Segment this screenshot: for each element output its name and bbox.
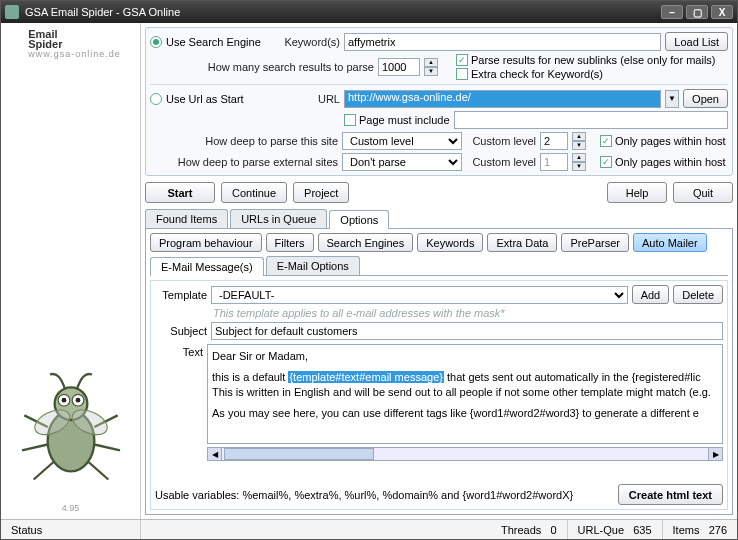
parse-sublinks-checkbox[interactable]: ✓ bbox=[456, 54, 468, 66]
use-search-engine-radio[interactable] bbox=[150, 36, 162, 48]
tab-found-items[interactable]: Found Items bbox=[145, 209, 228, 228]
url-input[interactable]: http://www.gsa-online.de/ bbox=[344, 90, 661, 108]
threads-value: 0 bbox=[550, 524, 556, 536]
tab-options[interactable]: Options bbox=[329, 210, 389, 229]
use-search-engine-label: Use Search Engine bbox=[166, 36, 276, 48]
deep-ext-custom-input bbox=[540, 153, 568, 171]
results-label: How many search results to parse bbox=[168, 61, 374, 73]
usable-variables-label: Usable variables: %email%, %extra%, %url… bbox=[155, 489, 612, 501]
opt-search-engines[interactable]: Search Engines bbox=[318, 233, 414, 252]
extra-check-checkbox[interactable] bbox=[456, 68, 468, 80]
statusbar: Status Threads 0 URL-Que 635 Items 276 bbox=[1, 519, 737, 539]
page-include-input[interactable] bbox=[454, 111, 729, 129]
logo-sub: www.gsa-online.de bbox=[28, 50, 121, 59]
minimize-button[interactable]: – bbox=[661, 5, 683, 19]
deep-site-select[interactable]: Custom level bbox=[342, 132, 462, 150]
within-host-1-label: Only pages within host bbox=[615, 135, 726, 147]
scroll-right-icon[interactable]: ▶ bbox=[708, 448, 722, 460]
url-label: URL bbox=[280, 93, 340, 105]
start-button[interactable]: Start bbox=[145, 182, 215, 203]
text-body[interactable]: Dear Sir or Madam, this is a default {te… bbox=[207, 344, 723, 444]
within-host-2-checkbox[interactable]: ✓ bbox=[600, 156, 612, 168]
load-list-button[interactable]: Load List bbox=[665, 32, 728, 51]
opt-program-behaviour[interactable]: Program behaviour bbox=[150, 233, 262, 252]
deep-site-spinner[interactable]: ▲▼ bbox=[572, 132, 586, 150]
deep-ext-spinner: ▲▼ bbox=[572, 153, 586, 171]
maximize-button[interactable]: ▢ bbox=[686, 5, 708, 19]
items-label: Items bbox=[673, 524, 700, 536]
svg-point-5 bbox=[75, 398, 80, 403]
subject-label: Subject bbox=[155, 325, 207, 337]
version-label: 4.95 bbox=[62, 503, 80, 513]
mascot-image bbox=[11, 357, 131, 497]
scroll-left-icon[interactable]: ◀ bbox=[208, 448, 222, 460]
close-button[interactable]: X bbox=[711, 5, 733, 19]
subtab-email-messages[interactable]: E-Mail Message(s) bbox=[150, 257, 264, 276]
opt-auto-mailer[interactable]: Auto Mailer bbox=[633, 233, 707, 252]
titlebar: GSA Email Spider - GSA Online – ▢ X bbox=[1, 1, 737, 23]
open-button[interactable]: Open bbox=[683, 89, 728, 108]
delete-button[interactable]: Delete bbox=[673, 285, 723, 304]
opt-keywords[interactable]: Keywords bbox=[417, 233, 483, 252]
text-scrollbar[interactable]: ◀ ▶ bbox=[207, 447, 723, 461]
deep-site-label: How deep to parse this site bbox=[150, 135, 338, 147]
opt-filters[interactable]: Filters bbox=[266, 233, 314, 252]
extra-check-label: Extra check for Keyword(s) bbox=[471, 68, 603, 80]
use-url-radio[interactable] bbox=[150, 93, 162, 105]
deep-ext-select[interactable]: Don't parse bbox=[342, 153, 462, 171]
within-host-1-checkbox[interactable]: ✓ bbox=[600, 135, 612, 147]
url-dropdown-icon[interactable]: ▼ bbox=[665, 90, 679, 108]
status-label: Status bbox=[1, 520, 141, 539]
highlighted-placeholder: {template#text#email message} bbox=[288, 371, 443, 383]
subtab-email-options[interactable]: E-Mail Options bbox=[266, 256, 360, 275]
create-html-button[interactable]: Create html text bbox=[618, 484, 723, 505]
help-button[interactable]: Help bbox=[607, 182, 667, 203]
svg-point-4 bbox=[61, 398, 66, 403]
main-tabs: Found Items URLs in Queue Options bbox=[145, 209, 733, 229]
config-group: Use Search Engine Keyword(s) Load List H… bbox=[145, 27, 733, 176]
text-label: Text bbox=[155, 344, 203, 480]
project-button[interactable]: Project bbox=[293, 182, 349, 203]
urlque-label: URL-Que bbox=[578, 524, 624, 536]
add-button[interactable]: Add bbox=[632, 285, 670, 304]
template-select[interactable]: -DEFAULT- bbox=[211, 286, 628, 304]
results-spinner[interactable]: ▲▼ bbox=[424, 58, 438, 76]
app-icon bbox=[5, 5, 19, 19]
option-button-row: Program behaviour Filters Search Engines… bbox=[150, 233, 728, 252]
sub-tabs: E-Mail Message(s) E-Mail Options bbox=[150, 256, 728, 276]
opt-preparser[interactable]: PreParser bbox=[561, 233, 629, 252]
scroll-thumb[interactable] bbox=[224, 448, 374, 460]
threads-label: Threads bbox=[501, 524, 541, 536]
deep-site-custom-label: Custom level bbox=[466, 135, 536, 147]
sidebar: Email Spider www.gsa-online.de 4.95 bbox=[1, 23, 141, 519]
deep-site-custom-input[interactable] bbox=[540, 132, 568, 150]
logo: Email Spider www.gsa-online.de bbox=[20, 29, 121, 58]
keywords-input[interactable] bbox=[344, 33, 661, 51]
window-title: GSA Email Spider - GSA Online bbox=[25, 6, 180, 18]
page-include-checkbox[interactable] bbox=[344, 114, 356, 126]
parse-sublinks-label: Parse results for new sublinks (else onl… bbox=[471, 54, 716, 66]
results-input[interactable] bbox=[378, 58, 420, 76]
subject-input[interactable] bbox=[211, 322, 723, 340]
use-url-label: Use Url as Start bbox=[166, 93, 276, 105]
keywords-label: Keyword(s) bbox=[280, 36, 340, 48]
page-include-label: Page must include bbox=[359, 114, 450, 126]
template-hint: This template applies to all e-mail addr… bbox=[211, 307, 723, 319]
continue-button[interactable]: Continue bbox=[221, 182, 287, 203]
template-label: Template bbox=[155, 289, 207, 301]
within-host-2-label: Only pages within host bbox=[615, 156, 726, 168]
items-value: 276 bbox=[709, 524, 727, 536]
tab-urls-in-queue[interactable]: URLs in Queue bbox=[230, 209, 327, 228]
deep-ext-custom-label: Custom level bbox=[466, 156, 536, 168]
opt-extra-data[interactable]: Extra Data bbox=[487, 233, 557, 252]
urlque-value: 635 bbox=[633, 524, 651, 536]
quit-button[interactable]: Quit bbox=[673, 182, 733, 203]
deep-ext-label: How deep to parse external sites bbox=[150, 156, 338, 168]
